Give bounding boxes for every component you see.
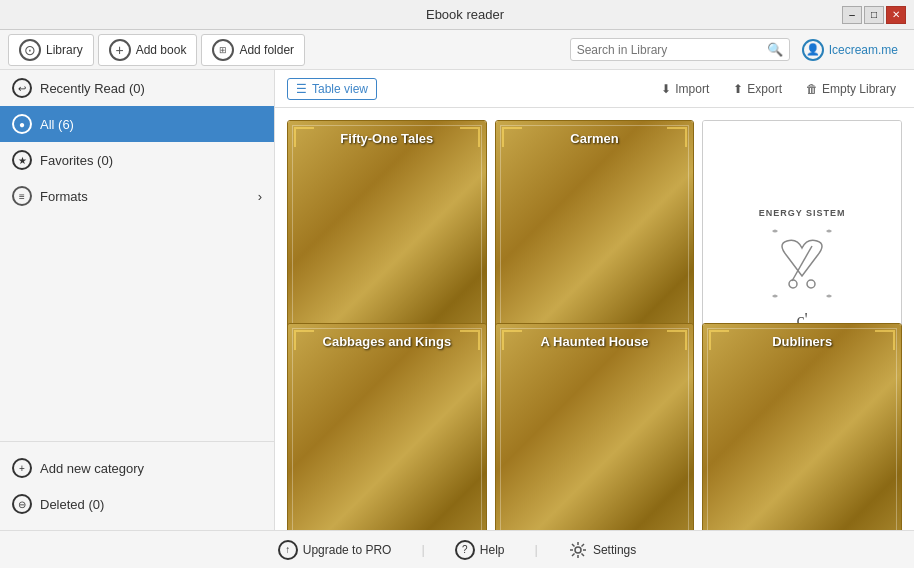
energy-sistem-graphic <box>767 226 837 306</box>
library-label: Library <box>46 43 83 57</box>
bottombar: ↑ Upgrade to PRO | ? Help | Settings <box>0 530 914 568</box>
book-title-3: Cabbages and Kings <box>296 334 478 351</box>
search-input[interactable] <box>577 43 767 57</box>
settings-button[interactable]: Settings <box>558 536 646 564</box>
content-toolbar-left: ☰ Table view <box>287 78 377 100</box>
add-book-icon: + <box>109 39 131 61</box>
favorites-icon: ★ <box>12 150 32 170</box>
help-icon: ? <box>455 540 475 560</box>
deleted-icon: ⊖ <box>12 494 32 514</box>
empty-library-label: Empty Library <box>822 82 896 96</box>
separator-1: | <box>421 542 424 557</box>
sidebar: ↩ Recently Read (0) ● All (6) ★ Favorite… <box>0 70 275 530</box>
library-button[interactable]: ⊙ Library <box>8 34 94 66</box>
add-folder-label: Add folder <box>239 43 294 57</box>
close-button[interactable]: ✕ <box>886 6 906 24</box>
formats-icon: ≡ <box>12 186 32 206</box>
main-area: ↩ Recently Read (0) ● All (6) ★ Favorite… <box>0 70 914 530</box>
import-button[interactable]: ⬇ Import <box>655 79 715 99</box>
search-box[interactable]: 🔍 <box>570 38 790 61</box>
svg-line-9 <box>581 553 584 556</box>
book-card-4[interactable]: A Haunted House Virginia Woolf <box>495 323 695 530</box>
empty-library-icon: 🗑 <box>806 82 818 96</box>
svg-point-3 <box>575 547 581 553</box>
sidebar-item-all[interactable]: ● All (6) <box>0 106 274 142</box>
upgrade-label: Upgrade to PRO <box>303 543 392 557</box>
help-button[interactable]: ? Help <box>445 536 515 564</box>
export-label: Export <box>747 82 782 96</box>
all-icon: ● <box>12 114 32 134</box>
import-icon: ⬇ <box>661 82 671 96</box>
profile-button[interactable]: 👤 Icecream.me <box>794 35 906 65</box>
sidebar-item-formats[interactable]: ≡ Formats › <box>0 178 274 214</box>
minimize-button[interactable]: – <box>842 6 862 24</box>
upgrade-icon: ↑ <box>278 540 298 560</box>
empty-library-button[interactable]: 🗑 Empty Library <box>800 79 902 99</box>
sidebar-item-recently-read[interactable]: ↩ Recently Read (0) <box>0 70 274 106</box>
table-view-icon: ☰ <box>296 82 307 96</box>
add-category-icon: + <box>12 458 32 478</box>
sidebar-bottom: + Add new category ⊖ Deleted (0) <box>0 441 274 530</box>
book-title-5: Dubliners <box>711 334 893 351</box>
book-title-4: A Haunted House <box>504 334 686 351</box>
profile-icon: 👤 <box>802 39 824 61</box>
upgrade-button[interactable]: ↑ Upgrade to PRO <box>268 536 402 564</box>
content-area: ☰ Table view ⬇ Import ⬆ Export 🗑 Empty L… <box>275 70 914 530</box>
svg-line-8 <box>572 544 575 547</box>
export-icon: ⬆ <box>733 82 743 96</box>
formats-chevron: › <box>258 189 262 204</box>
favorites-label: Favorites (0) <box>40 153 113 168</box>
settings-label: Settings <box>593 543 636 557</box>
book-title-1: Carmen <box>504 131 686 148</box>
svg-line-10 <box>581 544 584 547</box>
sidebar-item-favorites[interactable]: ★ Favorites (0) <box>0 142 274 178</box>
content-toolbar: ☰ Table view ⬇ Import ⬆ Export 🗑 Empty L… <box>275 70 914 108</box>
sidebar-item-add-category[interactable]: + Add new category <box>0 450 274 486</box>
add-folder-icon: ⊞ <box>212 39 234 61</box>
titlebar-title: Ebook reader <box>88 7 842 22</box>
table-view-label: Table view <box>312 82 368 96</box>
search-icon: 🔍 <box>767 42 783 57</box>
svg-point-2 <box>789 280 797 288</box>
add-book-button[interactable]: + Add book <box>98 34 198 66</box>
formats-label: Formats <box>40 189 88 204</box>
profile-label: Icecream.me <box>829 43 898 57</box>
all-label: All (6) <box>40 117 74 132</box>
deleted-label: Deleted (0) <box>40 497 104 512</box>
book-title-0: Fifty-One Tales <box>296 131 478 148</box>
sidebar-item-deleted[interactable]: ⊖ Deleted (0) <box>0 486 274 522</box>
export-button[interactable]: ⬆ Export <box>727 79 788 99</box>
titlebar: Ebook reader – □ ✕ <box>0 0 914 30</box>
table-view-button[interactable]: ☰ Table view <box>287 78 377 100</box>
book-card-3[interactable]: Cabbages and Kings O. Henry <box>287 323 487 530</box>
library-icon: ⊙ <box>19 39 41 61</box>
separator-2: | <box>535 542 538 557</box>
toolbar: ⊙ Library + Add book ⊞ Add folder 🔍 👤 Ic… <box>0 30 914 70</box>
recently-read-icon: ↩ <box>12 78 32 98</box>
help-label: Help <box>480 543 505 557</box>
svg-point-1 <box>807 280 815 288</box>
add-book-label: Add book <box>136 43 187 57</box>
book-grid: Fifty-One Tales Lord Dunsany Carmen Pros… <box>275 108 914 530</box>
gear-icon <box>568 540 588 560</box>
import-label: Import <box>675 82 709 96</box>
add-category-label: Add new category <box>40 461 144 476</box>
maximize-button[interactable]: □ <box>864 6 884 24</box>
titlebar-controls: – □ ✕ <box>842 6 906 24</box>
svg-line-11 <box>572 553 575 556</box>
add-folder-button[interactable]: ⊞ Add folder <box>201 34 305 66</box>
content-toolbar-right: ⬇ Import ⬆ Export 🗑 Empty Library <box>655 79 902 99</box>
recently-read-label: Recently Read (0) <box>40 81 145 96</box>
book-card-5[interactable]: Dubliners James Joyce <box>702 323 902 530</box>
